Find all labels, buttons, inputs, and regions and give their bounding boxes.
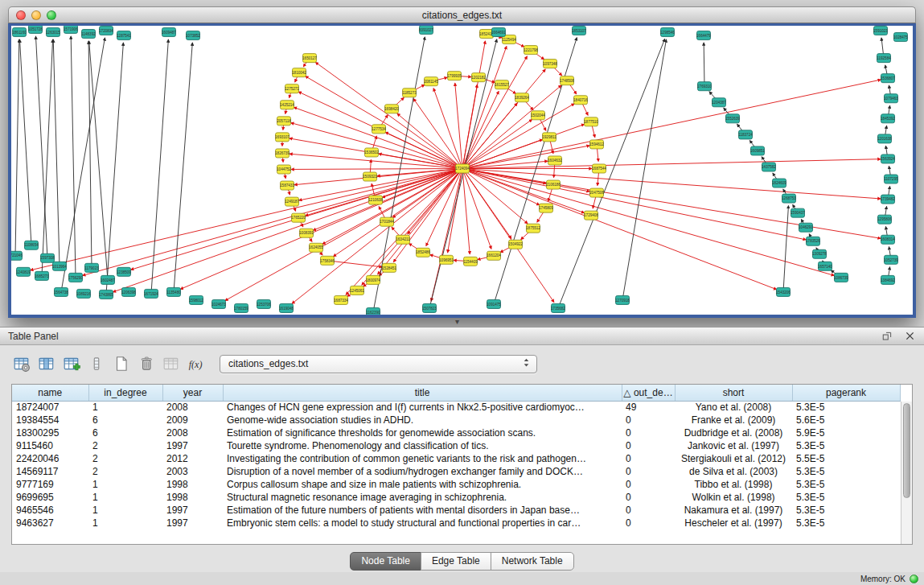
graph-node[interactable]: 1664691 <box>491 28 506 37</box>
graph-edge[interactable] <box>83 168 462 275</box>
graph-node[interactable]: 1148392 <box>81 30 96 39</box>
graph-node[interactable]: 1765220 <box>291 213 306 222</box>
graph-node[interactable]: 1507823 <box>422 303 437 312</box>
window-titlebar[interactable]: citations_edges.txt <box>8 6 916 23</box>
graph-node[interactable]: 1089216 <box>76 289 91 298</box>
graph-node[interactable]: 1609851 <box>750 146 765 155</box>
table-cell[interactable]: 1 <box>88 491 162 504</box>
graph-node[interactable]: 1135480 <box>166 287 181 296</box>
column-header-pagerank[interactable]: pagerank <box>792 385 900 401</box>
graph-node[interactable]: 1687544 <box>592 164 606 173</box>
graph-node[interactable]: 1154409 <box>463 257 478 266</box>
table-cell[interactable]: 14569117 <box>12 465 88 478</box>
graph-edge[interactable] <box>462 168 881 198</box>
graph-node[interactable]: 1202182 <box>471 73 486 82</box>
close-panel-icon[interactable] <box>903 330 916 343</box>
table-row[interactable]: 911546021997Tourette syndrome. Phenomeno… <box>12 439 900 452</box>
table-cell[interactable]: 2009 <box>162 414 223 426</box>
graph-node[interactable]: 1295806 <box>877 215 892 224</box>
table-cell[interactable]: Franke et al. (2009) <box>675 414 792 426</box>
graph-edge[interactable] <box>327 261 382 267</box>
graph-edge[interactable] <box>783 206 788 292</box>
graph-node[interactable]: 1650127 <box>302 54 317 63</box>
table-cell[interactable]: 6 <box>88 426 162 439</box>
graph-node[interactable]: 1564738 <box>54 287 68 296</box>
graph-node[interactable]: 1192584 <box>877 54 891 63</box>
table-cell[interactable]: Structural magnetic resonance image aver… <box>223 491 622 504</box>
tab-edge-table[interactable]: Edge Table <box>421 552 491 571</box>
graph-node[interactable]: 1756290 <box>68 273 83 282</box>
graph-node[interactable]: 1758346 <box>320 256 335 265</box>
graph-node[interactable]: 1929811 <box>542 133 556 142</box>
graph-node[interactable]: 1824609 <box>772 179 786 187</box>
graph-node[interactable]: 2081145 <box>424 77 438 86</box>
graph-edge[interactable] <box>622 39 667 300</box>
graph-node[interactable]: 1604632 <box>548 156 562 165</box>
graph-node[interactable]: 1253706 <box>257 299 271 308</box>
column-header-name[interactable]: name <box>12 385 88 401</box>
table-cell[interactable]: 5.3E-5 <box>792 439 900 452</box>
table-cell[interactable]: 22420046 <box>12 452 88 465</box>
graph-node[interactable]: 1826739 <box>275 149 290 158</box>
graph-node[interactable]: 1240819 <box>16 267 31 276</box>
table-cell[interactable]: 0 <box>622 452 675 465</box>
graph-edge[interactable] <box>462 168 554 302</box>
graph-node[interactable]: 1079463 <box>884 94 898 103</box>
table-cell[interactable]: Embryonic stem cells: a model to study s… <box>223 517 622 529</box>
graph-edge[interactable] <box>704 43 704 86</box>
table-cell[interactable]: 9699695 <box>12 491 88 504</box>
table-cell[interactable]: Investigating the contribution of common… <box>223 452 622 465</box>
close-button[interactable] <box>16 10 26 20</box>
column-header-year[interactable]: year <box>162 385 223 401</box>
graph-node[interactable]: 1780159 <box>234 303 248 312</box>
graph-node[interactable]: 1275271 <box>285 84 299 93</box>
graph-node[interactable]: 1800974 <box>366 275 380 284</box>
table-cell[interactable]: Dudbridge et al. (2008) <box>675 426 792 439</box>
column-header-out_de[interactable]: △ out_de… <box>622 385 675 401</box>
graph-node[interactable]: 1698420 <box>384 105 399 113</box>
table-cell[interactable]: 5.9E-5 <box>792 426 900 439</box>
graph-node[interactable]: 1852486 <box>416 248 430 257</box>
graph-node[interactable]: 1245061 <box>350 286 364 295</box>
table-cell[interactable]: 9463627 <box>12 517 88 529</box>
graph-edge[interactable] <box>462 168 470 253</box>
graph-node[interactable]: 1769310 <box>697 82 712 91</box>
table-cell[interactable]: 1998 <box>162 478 223 491</box>
graph-edge[interactable] <box>88 41 92 268</box>
graph-node[interactable]: 1024673 <box>211 299 226 308</box>
graph-edge[interactable] <box>174 43 192 292</box>
graph-node[interactable]: 8391027 <box>419 26 433 35</box>
graph-node[interactable]: 1536807 <box>881 74 895 83</box>
table-cell[interactable]: 0 <box>622 491 675 504</box>
graph-node[interactable]: 1671924 <box>144 289 158 298</box>
minimize-button[interactable] <box>31 10 41 20</box>
table-cell[interactable]: 5.3E-5 <box>792 491 900 504</box>
graph-node[interactable]: 1634211 <box>396 235 410 244</box>
graph-node[interactable]: 1609487 <box>162 28 176 37</box>
graph-node[interactable]: 1287541 <box>117 31 131 40</box>
table-cell[interactable]: 1 <box>88 517 162 529</box>
table-cell[interactable]: 0 <box>622 439 675 452</box>
graph-node[interactable]: 1597308 <box>40 253 55 262</box>
graph-edge[interactable] <box>180 168 462 289</box>
graph-node[interactable]: 1721046 <box>11 251 23 260</box>
graph-node[interactable]: 1044752 <box>277 165 291 174</box>
table-scrollbar[interactable] <box>901 402 912 544</box>
graph-node[interactable]: 1845392 <box>881 114 895 123</box>
graph-node[interactable]: 1745809 <box>539 204 553 212</box>
graph-node[interactable]: 2047506 <box>589 188 604 197</box>
tab-network-table[interactable]: Network Table <box>491 552 574 571</box>
table-cell[interactable]: Tibbo et al. (1998) <box>675 478 792 491</box>
table-cell[interactable]: 9465546 <box>12 504 88 517</box>
table-cell[interactable]: 2003 <box>162 465 223 478</box>
graph-node[interactable]: 1701844 <box>380 217 394 226</box>
graph-node[interactable]: 1552639 <box>725 114 740 123</box>
delete-table-icon[interactable] <box>136 353 157 374</box>
graph-node[interactable]: 1221798 <box>524 46 538 55</box>
graph-node[interactable]: 1206398 <box>121 287 136 296</box>
graph-node[interactable]: 1536502 <box>364 148 379 157</box>
graph-edge[interactable] <box>315 62 462 168</box>
graph-node[interactable]: 1693107 <box>275 133 290 142</box>
table-cell[interactable]: 0 <box>622 426 675 439</box>
table-cell[interactable]: 0 <box>622 414 675 426</box>
